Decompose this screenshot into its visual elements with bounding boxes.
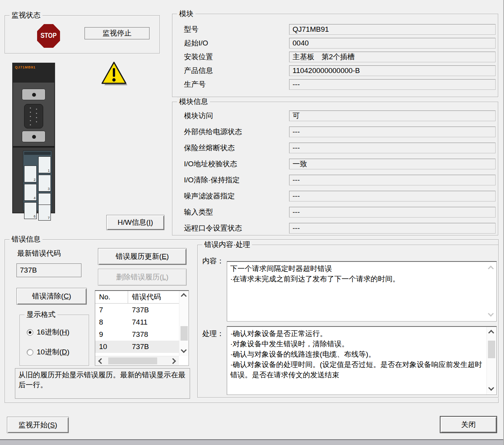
module-group-title: 模块 [177, 9, 195, 18]
module-info-label: 输入类型 [184, 207, 213, 218]
error-list-vscrollbar[interactable] [179, 291, 189, 356]
error-history-row[interactable]: 97378 [95, 328, 179, 341]
error-list-header: No. 错误代码 [95, 291, 179, 304]
latest-error-label: 最新错误代码 [17, 248, 61, 259]
module-image: QJ71MB91 1 2 3 4 5 6 7 [12, 63, 55, 213]
screw-icon [32, 135, 36, 139]
module-field-label: 产品信息 [184, 65, 213, 76]
module-detail-dialog: 监视状态 STOP 监视停止 QJ71MB91 1 2 3 [0, 0, 504, 445]
dsub-top-tab [22, 89, 46, 100]
remote-password-field: --- [289, 223, 496, 234]
error-list-col-no: No. [95, 291, 128, 303]
update-error-history-button[interactable]: 错误履历更新(E) [98, 248, 187, 265]
content-vscrollbar[interactable] [486, 262, 496, 321]
delete-error-history-button: 删除错误履历(L) [98, 269, 187, 286]
module-info-label: 模块访问 [184, 110, 213, 121]
module-field-label: 型号 [184, 24, 198, 35]
dsub-bottom-tab [22, 131, 46, 142]
terminal-4: 4 [24, 184, 37, 201]
monitor-status-group: 监视状态 STOP 监视停止 [5, 15, 160, 54]
scroll-up-icon[interactable] [488, 266, 494, 272]
terminal-3: 3 [38, 175, 51, 192]
module-info-label: 噪声滤波器指定 [184, 191, 235, 201]
radio-dec-label: 10进制(D) [37, 347, 70, 357]
vscroll-thumb[interactable] [180, 326, 188, 341]
radio-hex[interactable]: 16进制(H) [27, 327, 70, 337]
error-content-textarea: 下一个请求间隔定时器超时错误 ·在请求未完成之前到达了发布了下一个请求的时间。 [227, 261, 497, 322]
noise-filter-field: --- [289, 191, 496, 201]
error-list-col-code: 错误代码 [128, 291, 161, 303]
error-history-row-selected[interactable]: 10737B [95, 341, 179, 353]
scroll-down-icon[interactable] [488, 311, 494, 317]
monitor-status-value: 监视停止 [85, 27, 150, 39]
screw-icon [32, 93, 36, 97]
module-field-label: 安装位置 [184, 52, 213, 62]
hw-info-button[interactable]: H/W信息(I) [106, 215, 164, 230]
error-detail-title: 错误内容·处理 [202, 240, 252, 249]
error-handling-textarea: ·确认对象设备是否正常运行。 ·对象设备中发生错误时，清除错误。 ·确认与对象设… [227, 326, 497, 395]
module-info-label: 外部供给电源状态 [184, 127, 242, 137]
io-clear-hold-field: --- [289, 175, 496, 185]
radio-hex-circle[interactable] [27, 329, 33, 336]
terminal-1: 1 [38, 156, 51, 173]
terminal-7: 7 [38, 205, 51, 221]
error-info-group-title: 错误信息 [10, 235, 42, 244]
module-image-label: QJ71MB91 [15, 65, 36, 69]
error-handling-text: ·确认对象设备是否正常运行。 ·对象设备中发生错误时，清除错误。 ·确认与对象设… [230, 328, 485, 393]
module-info-group: 模块信息 模块访问 可 外部供给电源状态 --- 保险丝熔断状态 --- I/O… [172, 102, 498, 235]
display-format-title: 显示格式 [24, 310, 57, 319]
close-button[interactable]: 关闭 [440, 416, 497, 433]
terminal-panel: 1 2 3 4 5 6 7 [23, 151, 52, 211]
stop-icon: STOP [37, 24, 60, 48]
error-history-row[interactable]: 7737B [95, 304, 179, 316]
error-history-row[interactable]: 87411 [95, 316, 179, 328]
radio-dec-circle[interactable] [27, 349, 33, 356]
mount-position-field: 主基板 第2个插槽 [289, 52, 496, 62]
product-info-field: 110420000000000-B [289, 65, 496, 76]
terminal-6: 6 [24, 202, 37, 219]
clear-error-button[interactable]: 错误清除(C) [16, 288, 87, 305]
head-io-field: 0040 [289, 38, 496, 49]
module-image-terminal-area: 1 2 3 4 5 6 7 [13, 148, 54, 213]
monitor-status-title: 监视状态 [10, 11, 42, 20]
scroll-right-icon[interactable] [170, 358, 176, 364]
error-history-list[interactable]: No. 错误代码 7737B 87411 97378 10737B [95, 290, 189, 366]
scroll-left-icon[interactable] [98, 358, 104, 364]
fuse-status-field: --- [289, 143, 496, 153]
terminal-2: 2 [24, 166, 37, 182]
dsub-connector-icon [24, 104, 43, 128]
handling-vscrollbar[interactable] [486, 327, 496, 395]
io-verify-field: 一致 [289, 159, 496, 169]
ext-power-field: --- [289, 127, 496, 137]
input-type-field: --- [289, 207, 496, 218]
latest-error-code-field: 737B [16, 263, 81, 277]
module-image-top: QJ71MB91 [13, 63, 54, 83]
module-field-label: 生产号 [184, 79, 206, 90]
handling-label: 处理： [202, 328, 224, 339]
warning-icon [101, 61, 129, 89]
module-info-group-title: 模块信息 [177, 97, 210, 106]
hscroll-thumb[interactable] [108, 357, 157, 364]
module-image-connector-area [13, 83, 54, 146]
scroll-down-icon[interactable] [181, 347, 187, 353]
error-list-hscrollbar[interactable] [95, 356, 179, 365]
error-detail-group: 错误内容·处理 内容： 下一个请求间隔定时器超时错误 ·在请求未完成之前到达了发… [197, 245, 499, 398]
model-field: QJ71MB91 [289, 24, 496, 35]
module-info-label: 远程口令设置状态 [184, 223, 242, 234]
monitor-start-button[interactable]: 监视开始(S) [7, 417, 69, 433]
window-bottom-edge [0, 439, 503, 445]
content-label: 内容： [202, 256, 224, 266]
module-field-label: 起始I/O [184, 38, 208, 49]
serial-no-field: --- [289, 79, 496, 90]
radio-dec[interactable]: 10进制(D) [27, 347, 70, 357]
display-format-group: 显示格式 16进制(H) 10进制(D) [20, 315, 89, 366]
error-history-note: 从旧的履历开始显示错误履历。最新的错误显示在最后一行。 [15, 368, 190, 399]
module-access-field: 可 [289, 110, 496, 121]
module-info-label: I/O清除·保持指定 [184, 175, 240, 185]
scroll-up-icon[interactable] [181, 293, 187, 299]
scroll-down-icon[interactable] [488, 385, 494, 391]
module-info-label: 保险丝熔断状态 [184, 143, 235, 153]
scroll-up-icon[interactable] [488, 330, 494, 336]
vscroll-thumb[interactable] [488, 341, 495, 358]
module-info-label: I/O地址校验状态 [184, 159, 237, 169]
